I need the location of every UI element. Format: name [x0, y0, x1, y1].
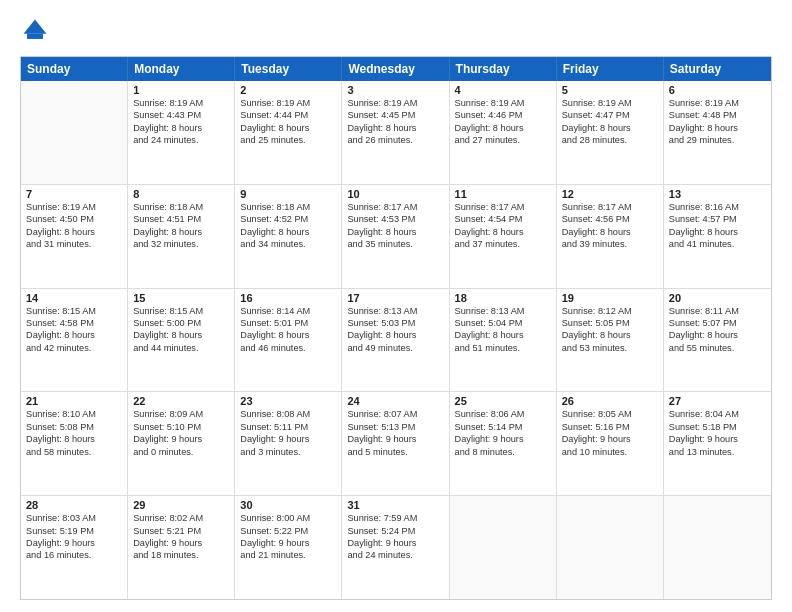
calendar-cell: 10Sunrise: 8:17 AMSunset: 4:53 PMDayligh… [342, 185, 449, 288]
day-number: 8 [133, 188, 229, 200]
cell-info-line: Daylight: 8 hours [26, 226, 122, 238]
day-number: 29 [133, 499, 229, 511]
day-number: 17 [347, 292, 443, 304]
day-number: 26 [562, 395, 658, 407]
logo-icon [20, 16, 50, 46]
cell-info-line: Sunrise: 8:07 AM [347, 408, 443, 420]
cell-info-line: Sunset: 4:53 PM [347, 213, 443, 225]
cell-info-line: and 55 minutes. [669, 342, 766, 354]
cell-info-line: and 21 minutes. [240, 549, 336, 561]
cell-info-line: Sunrise: 8:17 AM [347, 201, 443, 213]
cell-info-line: Sunset: 5:03 PM [347, 317, 443, 329]
cell-info-line: Sunrise: 8:19 AM [240, 97, 336, 109]
day-number: 14 [26, 292, 122, 304]
cell-info-line: Sunrise: 8:19 AM [133, 97, 229, 109]
cell-info-line: Sunrise: 8:00 AM [240, 512, 336, 524]
cell-info-line: and 13 minutes. [669, 446, 766, 458]
day-number: 9 [240, 188, 336, 200]
calendar-cell: 30Sunrise: 8:00 AMSunset: 5:22 PMDayligh… [235, 496, 342, 599]
day-number: 28 [26, 499, 122, 511]
calendar-cell: 27Sunrise: 8:04 AMSunset: 5:18 PMDayligh… [664, 392, 771, 495]
cell-info-line: and 58 minutes. [26, 446, 122, 458]
cell-info-line: Daylight: 8 hours [347, 122, 443, 134]
cell-info-line: Daylight: 9 hours [347, 537, 443, 549]
cell-info-line: Sunset: 5:13 PM [347, 421, 443, 433]
day-number: 16 [240, 292, 336, 304]
svg-marker-0 [24, 20, 47, 34]
calendar-cell: 21Sunrise: 8:10 AMSunset: 5:08 PMDayligh… [21, 392, 128, 495]
cell-info-line: Sunrise: 8:19 AM [562, 97, 658, 109]
cell-info-line: Sunrise: 8:18 AM [133, 201, 229, 213]
cell-info-line: and 42 minutes. [26, 342, 122, 354]
cell-info-line: and 37 minutes. [455, 238, 551, 250]
cell-info-line: Sunrise: 8:06 AM [455, 408, 551, 420]
cell-info-line: and 24 minutes. [133, 134, 229, 146]
day-number: 21 [26, 395, 122, 407]
cell-info-line: and 5 minutes. [347, 446, 443, 458]
cell-info-line: Daylight: 8 hours [26, 329, 122, 341]
cell-info-line: Sunrise: 8:19 AM [26, 201, 122, 213]
cell-info-line: Sunrise: 8:13 AM [347, 305, 443, 317]
day-number: 4 [455, 84, 551, 96]
cell-info-line: Sunset: 4:52 PM [240, 213, 336, 225]
cell-info-line: Daylight: 8 hours [133, 329, 229, 341]
cell-info-line: Sunset: 4:47 PM [562, 109, 658, 121]
cell-info-line: Sunrise: 8:10 AM [26, 408, 122, 420]
cell-info-line: Sunset: 5:08 PM [26, 421, 122, 433]
cell-info-line: Sunrise: 8:19 AM [455, 97, 551, 109]
cell-info-line: Sunset: 5:00 PM [133, 317, 229, 329]
cell-info-line: and 32 minutes. [133, 238, 229, 250]
cell-info-line: Daylight: 8 hours [455, 226, 551, 238]
cell-info-line: Daylight: 8 hours [347, 329, 443, 341]
cell-info-line: and 44 minutes. [133, 342, 229, 354]
cell-info-line: Daylight: 8 hours [26, 433, 122, 445]
header-day-sunday: Sunday [21, 57, 128, 81]
cell-info-line: Sunrise: 8:13 AM [455, 305, 551, 317]
cell-info-line: and 49 minutes. [347, 342, 443, 354]
calendar-cell [21, 81, 128, 184]
page-header [20, 16, 772, 46]
calendar-cell: 8Sunrise: 8:18 AMSunset: 4:51 PMDaylight… [128, 185, 235, 288]
cell-info-line: and 18 minutes. [133, 549, 229, 561]
calendar-week-4: 21Sunrise: 8:10 AMSunset: 5:08 PMDayligh… [21, 392, 771, 496]
header-day-thursday: Thursday [450, 57, 557, 81]
cell-info-line: and 46 minutes. [240, 342, 336, 354]
day-number: 5 [562, 84, 658, 96]
cell-info-line: and 8 minutes. [455, 446, 551, 458]
cell-info-line: Sunrise: 8:12 AM [562, 305, 658, 317]
cell-info-line: Daylight: 9 hours [133, 433, 229, 445]
day-number: 23 [240, 395, 336, 407]
cell-info-line: Sunrise: 8:14 AM [240, 305, 336, 317]
calendar-week-5: 28Sunrise: 8:03 AMSunset: 5:19 PMDayligh… [21, 496, 771, 599]
cell-info-line: Sunrise: 8:15 AM [26, 305, 122, 317]
cell-info-line: Sunset: 4:57 PM [669, 213, 766, 225]
day-number: 18 [455, 292, 551, 304]
cell-info-line: Sunset: 4:44 PM [240, 109, 336, 121]
cell-info-line: Sunset: 5:11 PM [240, 421, 336, 433]
calendar-cell: 11Sunrise: 8:17 AMSunset: 4:54 PMDayligh… [450, 185, 557, 288]
cell-info-line: Sunrise: 8:17 AM [455, 201, 551, 213]
header-day-saturday: Saturday [664, 57, 771, 81]
cell-info-line: Sunset: 5:07 PM [669, 317, 766, 329]
calendar-cell: 23Sunrise: 8:08 AMSunset: 5:11 PMDayligh… [235, 392, 342, 495]
cell-info-line: and 29 minutes. [669, 134, 766, 146]
day-number: 30 [240, 499, 336, 511]
cell-info-line: Daylight: 9 hours [669, 433, 766, 445]
cell-info-line: Daylight: 8 hours [562, 329, 658, 341]
header-day-monday: Monday [128, 57, 235, 81]
cell-info-line: Daylight: 9 hours [347, 433, 443, 445]
cell-info-line: Sunrise: 8:02 AM [133, 512, 229, 524]
calendar-cell: 28Sunrise: 8:03 AMSunset: 5:19 PMDayligh… [21, 496, 128, 599]
calendar-cell: 1Sunrise: 8:19 AMSunset: 4:43 PMDaylight… [128, 81, 235, 184]
cell-info-line: Daylight: 8 hours [669, 226, 766, 238]
cell-info-line: and 51 minutes. [455, 342, 551, 354]
calendar-cell: 25Sunrise: 8:06 AMSunset: 5:14 PMDayligh… [450, 392, 557, 495]
cell-info-line: Sunset: 5:04 PM [455, 317, 551, 329]
cell-info-line: Sunset: 5:19 PM [26, 525, 122, 537]
cell-info-line: Sunrise: 8:08 AM [240, 408, 336, 420]
svg-rect-1 [27, 34, 43, 39]
calendar-body: 1Sunrise: 8:19 AMSunset: 4:43 PMDaylight… [21, 81, 771, 599]
cell-info-line: Daylight: 8 hours [455, 329, 551, 341]
header-day-wednesday: Wednesday [342, 57, 449, 81]
cell-info-line: and 41 minutes. [669, 238, 766, 250]
